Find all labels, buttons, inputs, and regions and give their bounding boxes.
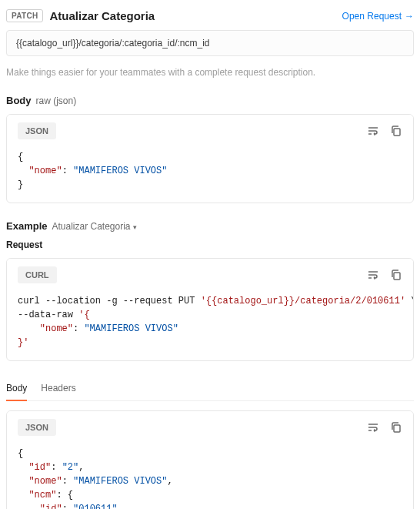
- response-card-head: JSON: [7, 411, 413, 444]
- wrap-text-icon[interactable]: [367, 421, 379, 434]
- method-badge: PATCH: [6, 9, 43, 22]
- example-label: Example: [6, 220, 47, 232]
- open-request-link[interactable]: Open Request →: [342, 11, 414, 22]
- response-tabs: Body Headers: [6, 378, 414, 401]
- example-name: Atualizar Categoria: [52, 221, 130, 232]
- response-code[interactable]: { "id": "2", "nome": "MAMIFEROS VIVOS", …: [7, 444, 413, 509]
- response-card: JSON { "id": "2", "nome": "MAMIFEROS VIV…: [6, 410, 414, 509]
- curl-code[interactable]: curl --location -g --request PUT '{{cata…: [7, 291, 413, 360]
- body-card-actions: [367, 125, 402, 137]
- copy-icon[interactable]: [390, 125, 402, 137]
- body-code[interactable]: { "nome": "MAMIFEROS VIVOS" }: [7, 147, 413, 203]
- example-dropdown[interactable]: Atualizar Categoria ▾: [52, 221, 136, 232]
- body-label: Body: [6, 95, 32, 106]
- tab-headers[interactable]: Headers: [41, 378, 75, 400]
- example-section-head: Example Atualizar Categoria ▾: [6, 220, 414, 232]
- body-section-head: Body raw (json): [6, 95, 414, 106]
- response-card-actions: [367, 421, 402, 434]
- open-request-label: Open Request: [342, 11, 402, 22]
- body-lang-pill[interactable]: JSON: [18, 122, 56, 139]
- wrap-text-icon[interactable]: [367, 269, 379, 281]
- svg-rect-0: [394, 129, 400, 136]
- request-header: PATCH Atualizar Categoria Open Request →: [6, 9, 414, 22]
- svg-rect-1: [394, 273, 400, 280]
- curl-lang-pill[interactable]: CURL: [18, 266, 57, 283]
- copy-icon[interactable]: [390, 421, 402, 434]
- body-card: JSON { "nome": "MAMIFEROS VIVOS" }: [6, 114, 414, 203]
- copy-icon[interactable]: [390, 269, 402, 281]
- svg-rect-2: [394, 425, 400, 432]
- response-lang-pill[interactable]: JSON: [18, 419, 56, 436]
- chevron-down-icon: ▾: [133, 223, 137, 231]
- arrow-right-icon: →: [405, 12, 414, 21]
- header-left: PATCH Atualizar Categoria: [6, 9, 155, 22]
- request-title: Atualizar Categoria: [49, 9, 155, 22]
- curl-card-actions: [367, 269, 402, 281]
- curl-card-head: CURL: [7, 259, 413, 291]
- body-card-head: JSON: [7, 115, 413, 147]
- curl-card: CURL curl --location -g --request PUT '{…: [6, 258, 414, 361]
- description-placeholder[interactable]: Make things easier for your teammates wi…: [6, 67, 414, 78]
- url-box[interactable]: {{catalogo_url}}/categoria/:categoria_id…: [6, 30, 414, 56]
- body-subtype: raw (json): [36, 95, 77, 106]
- wrap-text-icon[interactable]: [367, 125, 379, 137]
- request-label: Request: [6, 239, 414, 250]
- tab-body[interactable]: Body: [6, 378, 27, 401]
